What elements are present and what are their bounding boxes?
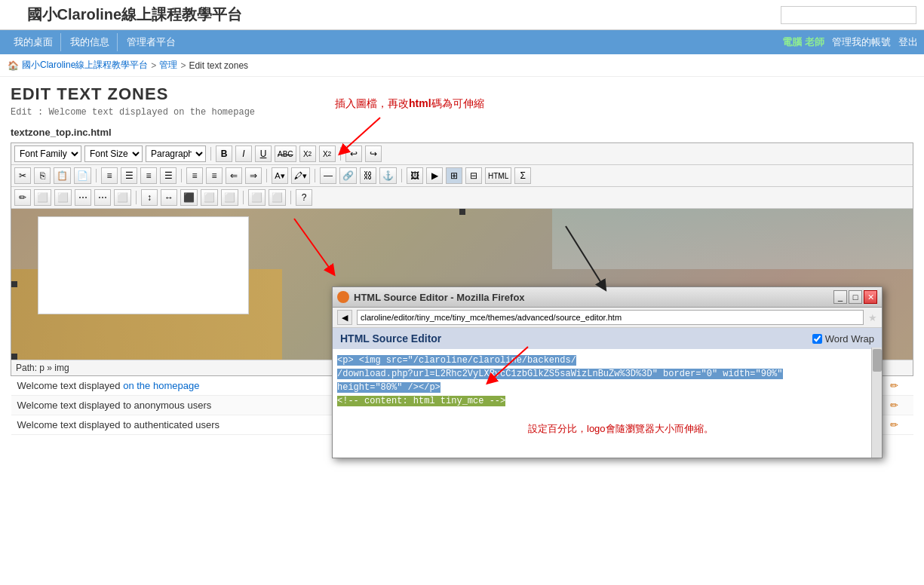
font-size-select[interactable]: Font Size (84, 145, 143, 162)
underline-button[interactable]: U (255, 145, 272, 162)
popup-maximize-button[interactable]: □ (849, 290, 862, 304)
popup-code-area[interactable]: <p> <img src="/claroline/claroline/backe… (333, 349, 882, 443)
breadcrumb-admin-link[interactable]: 管理 (159, 59, 177, 72)
sep1 (210, 147, 211, 161)
popup-close-button[interactable]: ✕ (864, 290, 877, 304)
logout-link[interactable]: 登出 (898, 35, 918, 49)
tb1[interactable]: ⬜ (34, 189, 51, 206)
sep6 (315, 169, 315, 182)
undo-button[interactable]: ↩ (345, 145, 362, 162)
code-highlight-3: height="80%" /></p> (337, 382, 441, 393)
edit-icon-2[interactable]: ✏ (890, 400, 898, 411)
list-ul-button[interactable]: ≡ (186, 167, 203, 184)
sep3 (96, 169, 97, 182)
navbar-left: 我的桌面 我的信息 管理者平台 (6, 33, 183, 51)
scrollbar-thumb[interactable] (873, 349, 882, 372)
code-highlight-2: /download.php?url=L2Rhc2VyLXRvcC1zbGlkZS… (337, 369, 783, 379)
paragraph-select[interactable]: Paragraph (146, 145, 206, 162)
tb2[interactable]: ⬜ (54, 189, 72, 206)
redo-button[interactable]: ↪ (365, 145, 382, 162)
help-button[interactable]: ? (296, 189, 312, 206)
popup-title-text: HTML Source Editor - Mozilla Firefox (354, 292, 525, 303)
tb8[interactable]: ⬛ (180, 189, 198, 206)
search-input[interactable] (781, 6, 916, 24)
indent-button[interactable]: ⇒ (245, 167, 262, 184)
resize-handle-bl[interactable] (11, 354, 17, 360)
link-button[interactable]: 🔗 (339, 167, 357, 184)
strikethrough-button[interactable]: ABC (275, 145, 296, 162)
subscript-button[interactable]: X2 (299, 145, 316, 162)
edit-icon-3[interactable]: ✏ (890, 419, 898, 430)
image-button[interactable]: 🖼 (407, 167, 423, 184)
editor-image-placeholder (38, 216, 249, 314)
font-family-select[interactable]: Font Family (14, 145, 81, 162)
tb9[interactable]: ⬜ (201, 189, 218, 206)
html-button[interactable]: HTML (485, 167, 511, 184)
code-empty-space (337, 408, 877, 443)
media-button[interactable]: ▶ (426, 167, 443, 184)
header: 國小Claroline線上課程教學平台 (0, 0, 924, 30)
tb4[interactable]: ⋯ (94, 189, 111, 206)
home-icon[interactable]: 🏠 (8, 60, 19, 71)
code-line-2: /download.php?url=L2Rhc2VyLXRvcC1zbGlkZS… (337, 367, 877, 381)
popup-header-bar: HTML Source Editor Word Wrap (333, 328, 882, 349)
italic-button[interactable]: I (235, 145, 252, 162)
sep10 (290, 191, 291, 204)
copy-button[interactable]: ⎘ (34, 167, 51, 184)
align-center-button[interactable]: ☰ (121, 167, 137, 184)
unlink-button[interactable]: ⛓ (360, 167, 376, 184)
popup-back-button[interactable]: ◀ (337, 310, 352, 325)
popup-url-input[interactable] (357, 310, 864, 325)
navbar-right: 電腦 老師 管理我的帳號 登出 (782, 35, 918, 49)
edit-button[interactable]: ✏ (14, 189, 31, 206)
outdent-button[interactable]: ⇐ (226, 167, 242, 184)
nav-info[interactable]: 我的信息 (63, 33, 118, 51)
tb12[interactable]: ⬜ (269, 189, 286, 206)
list-ol-button[interactable]: ≡ (206, 167, 223, 184)
tb6[interactable]: ↕ (141, 189, 158, 206)
align-left-button[interactable]: ≡ (101, 167, 118, 184)
resize-handle-top[interactable] (459, 209, 465, 215)
code-line-1: <p> <img src="/claroline/claroline/backe… (337, 354, 877, 367)
tb5[interactable]: ⬜ (114, 189, 131, 206)
hr-button[interactable]: — (320, 167, 336, 184)
cut-button[interactable]: ✂ (14, 167, 31, 184)
tb11[interactable]: ⬜ (248, 189, 266, 206)
paste-button[interactable]: 📋 (54, 167, 71, 184)
table-button[interactable]: ⊞ (446, 167, 462, 184)
manage-account-link[interactable]: 管理我的帳號 (832, 35, 891, 49)
resize-handle-left[interactable] (11, 281, 17, 287)
homepage-link[interactable]: on the homepage (123, 380, 199, 391)
paste-text-button[interactable]: 📄 (74, 167, 91, 184)
wordwrap-checkbox[interactable] (812, 334, 822, 344)
sep2 (340, 147, 341, 161)
tb3[interactable]: ⋯ (75, 189, 91, 206)
editor-toolbar-row3: ✏ ⬜ ⬜ ⋯ ⋯ ⬜ ↕ ↔ ⬛ ⬜ ⬜ ⬜ ⬜ ? (11, 187, 913, 209)
popup-star-icon[interactable]: ★ (868, 312, 877, 323)
align-justify-button[interactable]: ☰ (160, 167, 177, 184)
fontcolor-button[interactable]: A▾ (272, 167, 288, 184)
teacher-label: 電腦 老師 (782, 35, 824, 49)
bgcolor-button[interactable]: 🖍▾ (291, 167, 310, 184)
popup-minimize-button[interactable]: _ (833, 290, 847, 304)
anchor-button[interactable]: ⚓ (379, 167, 397, 184)
table2-button[interactable]: ⊟ (465, 167, 482, 184)
popup-wordwrap: Word Wrap (812, 333, 874, 345)
nav-admin[interactable]: 管理者平台 (119, 33, 183, 51)
bold-button[interactable]: B (216, 145, 232, 162)
tb7[interactable]: ↔ (161, 189, 177, 206)
scrollbar[interactable] (871, 348, 882, 443)
edit-icon-1[interactable]: ✏ (890, 380, 898, 391)
align-right-button[interactable]: ≡ (140, 167, 157, 184)
firefox-icon (337, 291, 349, 303)
wordwrap-label: Word Wrap (825, 333, 874, 345)
breadcrumb: 🏠 國小Claroline線上課程教學平台 > 管理 > Edit text z… (0, 54, 924, 77)
header-search-area (781, 6, 916, 24)
breadcrumb-home-link[interactable]: 國小Claroline線上課程教學平台 (22, 59, 148, 72)
nav-desktop[interactable]: 我的桌面 (6, 33, 61, 51)
tb10[interactable]: ⬜ (221, 189, 238, 206)
code-line-4: <!-- content: html tiny_mce --> (337, 394, 877, 408)
breadcrumb-sep2: > (180, 60, 186, 71)
superscript-button[interactable]: X2 (319, 145, 336, 162)
special-char-button[interactable]: Σ (514, 167, 531, 184)
